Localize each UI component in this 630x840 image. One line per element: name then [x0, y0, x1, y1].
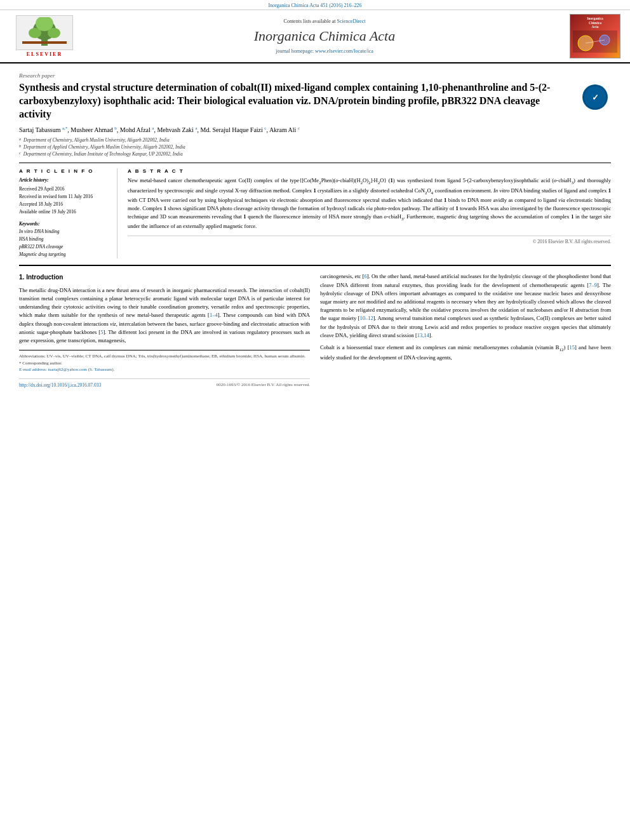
affiliation-a: a Department of Chemistry, Aligarh Musli… — [19, 137, 611, 143]
intro-section-title: 1. Introduction — [19, 272, 310, 283]
elsevier-tree-icon — [16, 15, 73, 50]
journal-cover-image: InorganicaChimicaActa — [570, 14, 620, 58]
sciencedirect-prefix: Contents lists available at — [284, 18, 336, 24]
svg-rect-5 — [22, 41, 67, 44]
available-date: Available online 19 July 2016 — [19, 208, 111, 216]
article-info-header: A R T I C L E I N F O — [19, 168, 111, 174]
abstract-column: A B S T R A C T New metal-based cancer c… — [128, 168, 611, 258]
affiliations: a Department of Chemistry, Aligarh Musli… — [19, 137, 611, 158]
history-label: Article history: — [19, 177, 111, 184]
keyword-4: Magnetic drug targeting — [19, 251, 111, 258]
article-type-label: Research paper — [19, 69, 611, 79]
journal-header: ELSEVIER Contents lists available at Sci… — [0, 10, 630, 63]
info-abstract-section: A R T I C L E I N F O Article history: R… — [19, 163, 611, 258]
keyword-1: In vitro DNA binding — [19, 228, 111, 236]
accepted-date: Accepted 18 July 2016 — [19, 201, 111, 208]
journal-citation-bar: Inorganica Chimica Acta 451 (2016) 216–2… — [0, 0, 630, 10]
cover-title-text: InorganicaChimicaActa — [587, 17, 603, 29]
email-footnote[interactable]: E-mail address: tsartaj62@yahoo.com (S. … — [19, 366, 310, 373]
issn-line: 0020-1693/© 2016 Elsevier B.V. All right… — [217, 382, 310, 389]
svg-text:✓: ✓ — [592, 93, 599, 102]
journal-info-center: Contents lists available at ScienceDirec… — [89, 14, 560, 58]
abstract-header: A B S T R A C T — [128, 168, 611, 174]
abbreviations-footnote: Abbreviations: UV–vis, UV–visible; CT DN… — [19, 353, 310, 360]
abstract-text: New metal-based cancer chemotherapeutic … — [128, 177, 611, 230]
revised-date: Received in revised form 11 July 2016 — [19, 193, 111, 201]
affiliation-b: b Department of Applied Chemistry, Aliga… — [19, 143, 611, 150]
received-date: Received 29 April 2016 — [19, 185, 111, 193]
body-section: 1. Introduction The metallic drug-DNA in… — [19, 265, 611, 389]
body-right-column: carcinogenesis, etc [6]. On the other ha… — [320, 272, 611, 389]
elsevier-logo: ELSEVIER — [16, 15, 73, 57]
page: Inorganica Chimica Acta 451 (2016) 216–2… — [0, 0, 630, 840]
keywords-label: Keywords: — [19, 221, 111, 227]
article-info-column: A R T I C L E I N F O Article history: R… — [19, 168, 117, 258]
keyword-2: HSA binding — [19, 236, 111, 243]
keywords-section: Keywords: In vitro DNA binding HSA bindi… — [19, 221, 111, 258]
body-left-column: 1. Introduction The metallic drug-DNA in… — [19, 272, 310, 389]
intro-paragraph-2: carcinogenesis, etc [6]. On the other ha… — [320, 272, 611, 339]
crossmark-container[interactable]: ✓ — [579, 81, 611, 113]
affiliation-c: c Department of Chemistry, Indian Instit… — [19, 150, 611, 157]
page-footer: http://dx.doi.org/10.1016/j.ica.2016.07.… — [19, 378, 310, 389]
keyword-3: pBR322 DNA cleavage — [19, 243, 111, 251]
intro-paragraph-1: The metallic drug-DNA interaction is a n… — [19, 286, 310, 345]
journal-cover-area: InorganicaChimicaActa — [566, 14, 624, 58]
doi-link[interactable]: http://dx.doi.org/10.1016/j.ica.2016.07.… — [19, 382, 101, 389]
section-number: 1. — [19, 274, 24, 281]
article-title: Synthesis and crystal structure determin… — [19, 81, 611, 121]
journal-name-header: Inorganica Chimica Acta — [254, 28, 395, 44]
elsevier-text: ELSEVIER — [27, 51, 62, 57]
authors-line: Sartaj Tabassum a,*, Musheer Ahmad b, Mo… — [19, 126, 611, 133]
corresponding-footnote: * Corresponding author. — [19, 360, 310, 367]
journal-homepage: journal homepage: www.elsevier.com/locat… — [276, 48, 373, 54]
intro-paragraph-3: Cobalt is a bioessential trace element a… — [320, 343, 611, 362]
crossmark-icon[interactable]: ✓ — [582, 84, 608, 110]
section-name: Introduction — [26, 274, 63, 281]
journal-citation: Inorganica Chimica Acta 451 (2016) 216–2… — [268, 3, 361, 8]
sciencedirect-link-text[interactable]: ScienceDirect — [337, 18, 366, 24]
copyright-line: © 2016 Elsevier B.V. All rights reserved… — [128, 236, 611, 244]
publisher-logo-area: ELSEVIER — [6, 14, 83, 58]
footnotes: Abbreviations: UV–vis, UV–visible; CT DN… — [19, 350, 310, 373]
article-history: Article history: Received 29 April 2016 … — [19, 177, 111, 216]
main-content: Research paper Synthesis and crystal str… — [0, 63, 630, 394]
article-title-text: Synthesis and crystal structure determin… — [19, 82, 550, 119]
sciencedirect-line: Contents lists available at ScienceDirec… — [284, 18, 366, 24]
body-two-columns: 1. Introduction The metallic drug-DNA in… — [19, 272, 611, 389]
